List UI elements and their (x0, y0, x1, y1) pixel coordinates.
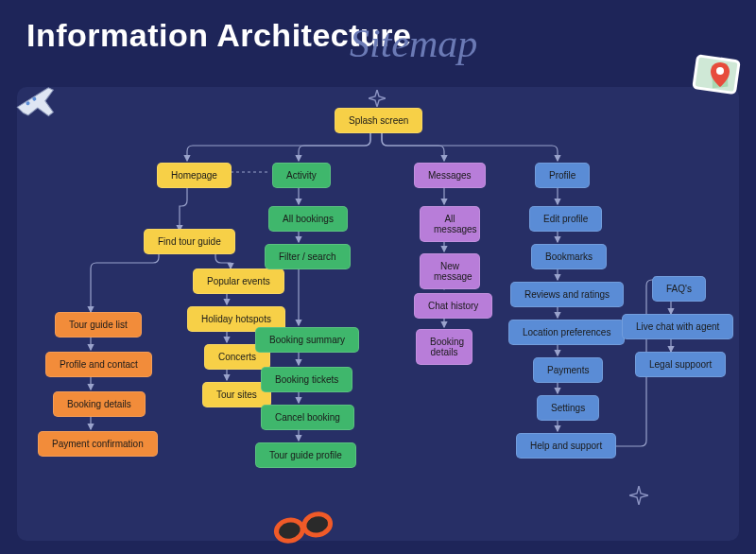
node-booking-summary: Booking summary (255, 327, 359, 353)
node-chat-history: Chat history (414, 293, 492, 319)
node-homepage: Homepage (157, 163, 232, 188)
sitemap-board: Splash screen Homepage Activity Messages… (17, 87, 739, 541)
node-all-messages: All messages (420, 206, 480, 242)
node-payment-confirmation: Payment confirmation (38, 431, 158, 457)
node-booking-details: Booking details (53, 391, 146, 417)
node-cancel-booking: Cancel booking (261, 405, 354, 430)
node-new-message: New message (420, 253, 480, 289)
sparkle-icon (629, 486, 648, 509)
node-find-tour-guide: Find tour guide (144, 229, 235, 254)
node-tour-guide-list: Tour guide list (55, 312, 142, 338)
node-popular-events: Popular events (193, 268, 284, 294)
node-payments: Payments (533, 357, 603, 383)
subtitle-cursive: Sitemap (350, 21, 477, 66)
node-legal-support: Legal suppoort (635, 352, 726, 377)
node-booking-details-msg: Booking details (416, 329, 472, 365)
sunglasses-icon (270, 509, 336, 550)
svg-point-4 (716, 67, 724, 75)
node-bookmarks: Bookmarks (531, 244, 607, 269)
sparkle-icon (369, 90, 386, 111)
node-tour-guide-profile: Tour guide profile (255, 442, 356, 468)
node-messages: Messages (414, 163, 486, 188)
airplane-icon (8, 74, 66, 136)
node-live-chat: Live chat with agent (622, 314, 733, 339)
node-splash-screen: Splash screen (335, 108, 422, 133)
node-all-bookings: All bookings (268, 206, 348, 232)
node-settings: Settings (537, 395, 599, 421)
svg-point-5 (274, 517, 304, 543)
node-help-support: Help and support (516, 433, 616, 459)
svg-point-6 (302, 511, 333, 537)
node-profile-contact: Profile and contact (45, 352, 152, 377)
node-filter-search: Filter / search (265, 244, 351, 269)
node-booking-tickets: Booking tickets (261, 367, 352, 392)
node-edit-profile: Edit profile (529, 206, 602, 232)
node-profile: Profile (535, 163, 590, 188)
map-pin-icon (690, 49, 747, 104)
node-faqs: FAQ's (652, 276, 706, 302)
node-activity: Activity (272, 163, 331, 188)
node-location-prefs: Location preferences (508, 320, 625, 345)
node-reviews-ratings: Reviews and ratings (510, 282, 624, 307)
